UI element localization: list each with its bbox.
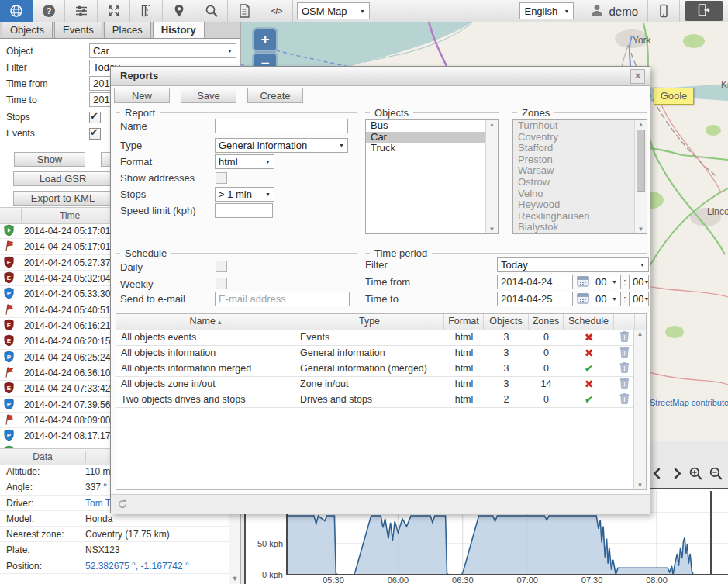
objects-scrollbar[interactable]: ▲ ▼ — [485, 120, 498, 233]
code-button[interactable]: </> — [260, 0, 293, 22]
svg-text:E: E — [7, 322, 11, 329]
period-from-minute-select[interactable]: 00 ▼ — [629, 275, 649, 289]
time-column-header[interactable]: Time — [35, 210, 105, 221]
create-report-button[interactable]: Create — [247, 88, 303, 103]
report-button[interactable] — [228, 0, 260, 22]
map-zoom-in-button[interactable]: + — [254, 29, 276, 50]
scroll-up-icon[interactable]: ▲ — [635, 121, 647, 128]
dialog-titlebar[interactable]: Reports × — [111, 67, 650, 86]
settings-button[interactable] — [65, 0, 98, 22]
expand-button[interactable] — [98, 0, 130, 22]
chart-pan-right-button[interactable] — [670, 467, 683, 480]
export-kml-button[interactable]: Export to KML — [13, 191, 112, 206]
data-value: 337 ° — [85, 482, 107, 492]
listbox-item[interactable]: Bus — [366, 120, 498, 132]
report-name-input[interactable] — [215, 119, 348, 133]
show-button[interactable]: Show — [14, 152, 85, 167]
load-gsr-button[interactable]: Load GSR — [13, 171, 112, 186]
svg-text:05:30: 05:30 — [323, 575, 344, 584]
period-from-hour-select[interactable]: 00 ▼ — [592, 275, 621, 289]
globe-button[interactable] — [0, 0, 33, 22]
scroll-down-icon[interactable]: ▼ — [635, 226, 647, 233]
new-report-button[interactable]: New — [114, 88, 170, 103]
svg-text:E: E — [7, 258, 11, 265]
column-header-format[interactable]: Format — [444, 314, 484, 330]
stops-checkbox[interactable] — [89, 112, 101, 123]
chart-zoom-out-button[interactable] — [709, 466, 723, 481]
column-header-zones[interactable]: Zones — [529, 314, 564, 330]
map-type-select[interactable]: OSM Map ▼ — [297, 2, 370, 19]
objects-listbox[interactable]: BusCarTruck ▲ ▼ — [365, 119, 499, 234]
listbox-item[interactable]: Truck — [366, 143, 498, 154]
column-header-actions[interactable] — [614, 314, 635, 330]
period-time-from-date-input[interactable] — [497, 275, 573, 289]
data-value: NSX123 — [85, 544, 120, 555]
data-row: Position: 52.382675 °, -1.167742 ° — [0, 558, 229, 574]
column-header-schedule[interactable]: Schedule — [564, 314, 614, 330]
user-menu[interactable]: demo — [580, 0, 647, 22]
scroll-up-icon[interactable]: ▲ — [486, 121, 498, 128]
column-header-objects[interactable]: Objects — [484, 314, 529, 330]
refresh-button[interactable] — [117, 499, 128, 512]
chart-zoom-in-button[interactable] — [688, 466, 703, 481]
delete-report-button[interactable] — [614, 361, 635, 376]
tab-events[interactable]: Events — [54, 21, 102, 38]
delete-report-button[interactable] — [614, 392, 635, 407]
column-header-type[interactable]: Type — [295, 314, 444, 330]
language-select[interactable]: English ▼ — [519, 2, 574, 19]
report-row[interactable]: All objects informationGeneral informati… — [116, 346, 646, 361]
delete-report-button[interactable] — [614, 377, 635, 392]
show-addresses-checkbox[interactable] — [216, 172, 227, 184]
map-attribution-link[interactable]: StreetMap contributors — [650, 398, 728, 407]
object-select[interactable]: Car ▼ — [89, 43, 236, 58]
mobile-view-button[interactable] — [647, 0, 680, 22]
save-report-button[interactable]: Save — [181, 88, 236, 103]
tab-history[interactable]: History — [153, 21, 205, 38]
tab-objects[interactable]: Objects — [2, 21, 53, 38]
report-format-select[interactable]: html ▼ — [215, 154, 274, 169]
period-to-minute-select[interactable]: 00 ▼ — [629, 292, 649, 306]
close-button[interactable]: × — [630, 69, 645, 84]
report-type-select[interactable]: General information ▼ — [215, 138, 348, 153]
report-row[interactable]: All objects zone in/outZone in/outhtml31… — [116, 377, 646, 392]
delete-report-button[interactable] — [614, 330, 635, 345]
place-button[interactable] — [163, 0, 195, 22]
report-row[interactable]: All objects information mergedGeneral in… — [116, 361, 646, 377]
speed-limit-input[interactable] — [215, 203, 273, 218]
table-scrollbar[interactable]: ▲ ▼ — [633, 330, 646, 489]
calendar-icon[interactable] — [577, 275, 589, 289]
logout-button[interactable] — [685, 1, 723, 21]
parking-icon: P — [3, 429, 15, 444]
chevron-down-icon: ▼ — [643, 279, 649, 285]
data-value[interactable]: Tom T — [85, 498, 111, 509]
period-to-hour-select[interactable]: 00 ▼ — [592, 292, 621, 306]
delete-report-button[interactable] — [614, 346, 635, 361]
stops-filter-select[interactable]: > 1 min ▼ — [215, 187, 274, 202]
chart-pan-left-button[interactable] — [651, 467, 664, 480]
tab-places[interactable]: Places — [104, 21, 151, 38]
zones-scrollbar[interactable]: ▲ ▼ — [634, 120, 647, 233]
search-button[interactable] — [195, 0, 228, 22]
scroll-down-icon[interactable]: ▼ — [634, 482, 646, 489]
report-type: Events — [295, 330, 444, 345]
help-button[interactable]: ? — [33, 0, 65, 22]
ruler-button[interactable] — [130, 0, 163, 22]
period-filter-select[interactable]: Today ▼ — [497, 257, 649, 272]
events-checkbox[interactable] — [89, 128, 101, 140]
scroll-down-icon[interactable]: ▼ — [229, 575, 240, 582]
data-value[interactable]: 52.382675 °, -1.167742 ° — [85, 561, 189, 572]
report-row[interactable]: Two objects drives and stopsDrives and s… — [116, 392, 646, 408]
scroll-up-icon[interactable]: ▲ — [634, 330, 646, 337]
period-time-to-date-input[interactable] — [497, 292, 573, 306]
svg-text:E: E — [7, 275, 11, 282]
calendar-icon[interactable] — [577, 292, 589, 306]
column-header-name[interactable]: Name▴ — [116, 314, 295, 330]
scroll-thumb[interactable] — [637, 130, 645, 192]
listbox-item[interactable]: Car — [366, 132, 498, 143]
scroll-down-icon[interactable]: ▼ — [486, 226, 498, 233]
email-input[interactable] — [215, 292, 350, 306]
daily-checkbox[interactable] — [216, 261, 227, 272]
report-row[interactable]: All objects eventsEventshtml30✖ — [116, 330, 646, 346]
event-time: 2014-04-24 07:33:42 — [24, 383, 110, 394]
weekly-checkbox[interactable] — [216, 278, 227, 289]
